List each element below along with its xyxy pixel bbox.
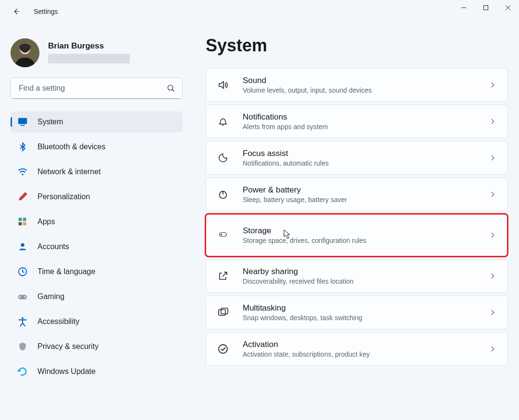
apps-icon bbox=[17, 216, 28, 227]
nav-list: SystemBluetooth & devicesNetwork & inter… bbox=[11, 111, 183, 382]
sidebar-item-gaming[interactable]: Gaming bbox=[11, 286, 183, 307]
search-icon bbox=[167, 84, 175, 93]
sidebar-item-accessibility[interactable]: Accessibility bbox=[11, 311, 183, 332]
svg-rect-10 bbox=[23, 222, 26, 226]
card-subtitle: Alerts from apps and system bbox=[243, 123, 475, 131]
svg-rect-7 bbox=[19, 218, 22, 221]
card-subtitle: Notifications, automatic rules bbox=[243, 159, 475, 167]
page-title: System bbox=[206, 36, 507, 56]
svg-rect-8 bbox=[23, 218, 26, 221]
main-panel: System SoundVolume levels, output, input… bbox=[192, 23, 519, 420]
search-input[interactable] bbox=[18, 84, 167, 93]
avatar bbox=[11, 38, 39, 67]
sidebar-item-apps[interactable]: Apps bbox=[11, 211, 183, 232]
card-title: Nearby sharing bbox=[243, 267, 475, 276]
maximize-button[interactable] bbox=[475, 0, 497, 15]
window-controls bbox=[453, 0, 519, 15]
card-power-battery[interactable]: Power & batterySleep, battery usage, bat… bbox=[206, 178, 507, 211]
card-focus-assist[interactable]: Focus assistNotifications, automatic rul… bbox=[206, 141, 507, 175]
sidebar-item-bluetooth-devices[interactable]: Bluetooth & devices bbox=[11, 136, 183, 157]
card-title: Focus assist bbox=[243, 149, 475, 158]
sidebar-item-time-language[interactable]: Time & language bbox=[11, 261, 183, 282]
profile-name: Brian Burgess bbox=[48, 38, 130, 51]
titlebar: Settings bbox=[0, 0, 519, 23]
chevron-right-icon bbox=[489, 81, 496, 89]
storage-icon bbox=[217, 229, 229, 241]
svg-rect-9 bbox=[19, 222, 22, 226]
power-battery-icon bbox=[217, 188, 229, 201]
window-title: Settings bbox=[34, 8, 58, 15]
sidebar-item-label: Gaming bbox=[37, 292, 64, 301]
privacy-security-icon bbox=[17, 341, 28, 352]
card-title: Notifications bbox=[243, 112, 475, 122]
chevron-right-icon bbox=[489, 118, 496, 125]
sidebar-item-personalization[interactable]: Personalization bbox=[11, 186, 183, 207]
profile-email-redacted bbox=[48, 54, 130, 63]
svg-point-11 bbox=[21, 243, 24, 247]
sidebar: Brian Burgess SystemBluetooth & devicesN… bbox=[0, 23, 192, 420]
card-title: Sound bbox=[243, 76, 475, 85]
card-nearby-sharing[interactable]: Nearby sharingDiscoverability, received … bbox=[206, 259, 507, 293]
chevron-right-icon bbox=[489, 154, 496, 162]
sidebar-item-label: System bbox=[37, 118, 63, 126]
card-subtitle: Sleep, battery usage, battery saver bbox=[243, 196, 475, 204]
chevron-right-icon bbox=[489, 272, 496, 280]
card-activation[interactable]: ActivationActivation state, subscription… bbox=[206, 332, 507, 366]
svg-rect-20 bbox=[219, 310, 225, 315]
card-title: Multitasking bbox=[243, 303, 475, 313]
card-subtitle: Volume levels, output, input, sound devi… bbox=[243, 86, 475, 94]
sidebar-item-windows-update[interactable]: Windows Update bbox=[11, 361, 183, 382]
svg-point-6 bbox=[22, 174, 24, 176]
time-language-icon bbox=[17, 266, 28, 277]
svg-point-14 bbox=[24, 296, 25, 297]
sidebar-item-label: Network & internet bbox=[37, 168, 101, 176]
chevron-right-icon bbox=[489, 231, 496, 239]
sound-icon bbox=[217, 79, 229, 91]
sidebar-item-label: Accounts bbox=[37, 242, 69, 251]
svg-point-15 bbox=[25, 297, 26, 298]
content: Brian Burgess SystemBluetooth & devicesN… bbox=[0, 23, 519, 420]
card-title: Storage bbox=[243, 226, 475, 236]
focus-assist-icon bbox=[217, 152, 229, 164]
chevron-right-icon bbox=[489, 191, 496, 198]
personalization-icon bbox=[17, 192, 28, 202]
card-subtitle: Snap windows, desktops, task switching bbox=[243, 314, 475, 322]
close-button[interactable] bbox=[497, 0, 519, 15]
profile-block[interactable]: Brian Burgess bbox=[11, 38, 183, 67]
sidebar-item-accounts[interactable]: Accounts bbox=[11, 236, 183, 257]
search-box[interactable] bbox=[11, 78, 183, 99]
svg-rect-21 bbox=[221, 308, 228, 314]
svg-point-19 bbox=[221, 234, 222, 235]
card-multitasking[interactable]: MultitaskingSnap windows, desktops, task… bbox=[206, 296, 507, 329]
svg-rect-4 bbox=[18, 118, 27, 124]
card-sound[interactable]: SoundVolume levels, output, input, sound… bbox=[206, 68, 507, 102]
windows-update-icon bbox=[17, 366, 28, 377]
card-notifications[interactable]: NotificationsAlerts from apps and system bbox=[206, 105, 507, 138]
accessibility-icon bbox=[17, 316, 28, 327]
sidebar-item-label: Windows Update bbox=[37, 367, 96, 376]
close-icon bbox=[505, 5, 511, 11]
sidebar-item-privacy-security[interactable]: Privacy & security bbox=[11, 336, 183, 357]
sidebar-item-label: Bluetooth & devices bbox=[37, 143, 105, 151]
system-icon bbox=[17, 117, 28, 127]
sidebar-item-network-internet[interactable]: Network & internet bbox=[11, 161, 183, 182]
svg-point-3 bbox=[168, 85, 173, 90]
sidebar-item-system[interactable]: System bbox=[11, 111, 183, 132]
notifications-icon bbox=[217, 115, 229, 128]
gaming-icon bbox=[17, 291, 28, 302]
svg-point-22 bbox=[219, 345, 227, 353]
minimize-button[interactable] bbox=[453, 0, 475, 15]
sidebar-item-label: Apps bbox=[37, 217, 55, 226]
card-subtitle: Discoverability, received files location bbox=[243, 277, 475, 285]
card-storage[interactable]: StorageStorage space, drives, configurat… bbox=[206, 214, 507, 256]
back-button[interactable] bbox=[7, 2, 26, 21]
card-title: Power & battery bbox=[243, 185, 475, 195]
back-arrow-icon bbox=[12, 7, 21, 16]
chevron-right-icon bbox=[489, 309, 496, 316]
svg-rect-0 bbox=[484, 6, 488, 10]
svg-point-16 bbox=[22, 317, 24, 319]
card-subtitle: Activation state, subscriptions, product… bbox=[243, 350, 475, 358]
card-subtitle: Storage space, drives, configuration rul… bbox=[243, 237, 475, 244]
card-list: SoundVolume levels, output, input, sound… bbox=[206, 68, 507, 366]
sidebar-item-label: Privacy & security bbox=[37, 342, 99, 351]
